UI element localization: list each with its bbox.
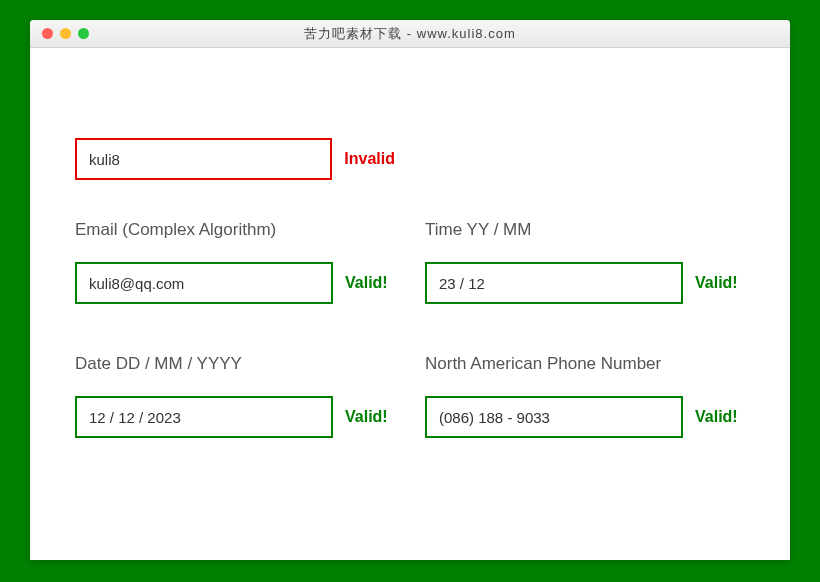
- minimize-icon[interactable]: [60, 28, 71, 39]
- phone-status: Valid!: [695, 408, 745, 426]
- time-status: Valid!: [695, 274, 745, 292]
- field-phone: North American Phone Number Valid!: [425, 354, 745, 438]
- field-top: Invalid: [75, 138, 395, 180]
- field-date: Date DD / MM / YYYY Valid!: [75, 354, 395, 438]
- window-titlebar: 苦力吧素材下载 - www.kuli8.com: [30, 20, 790, 48]
- phone-label: North American Phone Number: [425, 354, 745, 374]
- email-status: Valid!: [345, 274, 395, 292]
- email-label: Email (Complex Algorithm): [75, 220, 395, 240]
- date-label: Date DD / MM / YYYY: [75, 354, 395, 374]
- top-status: Invalid: [344, 150, 395, 168]
- date-input[interactable]: [75, 396, 333, 438]
- top-input[interactable]: [75, 138, 332, 180]
- time-input[interactable]: [425, 262, 683, 304]
- phone-input[interactable]: [425, 396, 683, 438]
- email-input[interactable]: [75, 262, 333, 304]
- form-area: Invalid Email (Complex Algorithm) Valid!…: [30, 48, 790, 528]
- window-title: 苦力吧素材下载 - www.kuli8.com: [30, 25, 790, 43]
- maximize-icon[interactable]: [78, 28, 89, 39]
- close-icon[interactable]: [42, 28, 53, 39]
- date-status: Valid!: [345, 408, 395, 426]
- time-label: Time YY / MM: [425, 220, 745, 240]
- field-time: Time YY / MM Valid!: [425, 220, 745, 304]
- window-controls: [30, 28, 89, 39]
- browser-window: 苦力吧素材下载 - www.kuli8.com Invalid Email (C…: [30, 20, 790, 560]
- field-email: Email (Complex Algorithm) Valid!: [75, 220, 395, 304]
